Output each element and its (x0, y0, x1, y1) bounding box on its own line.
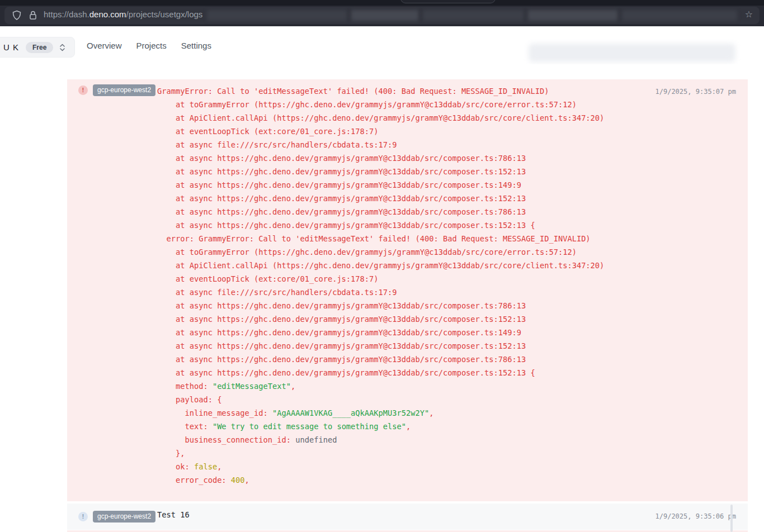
log-line: payload: { (157, 393, 748, 406)
log-line: at async https://ghc.deno.dev/grammyjs/g… (157, 178, 748, 192)
log-line: text: "We try to edit message to somethi… (157, 420, 748, 433)
error-level-icon: ! (78, 86, 88, 95)
address-bar[interactable]: https://dash.deno.com/projects/usetgx/lo… (4, 7, 760, 24)
url-text[interactable]: https://dash.deno.com/projects/usetgx/lo… (44, 10, 202, 19)
url-redacted-segment (528, 10, 617, 21)
nav-settings[interactable]: Settings (181, 41, 211, 50)
browser-chrome: https://dash.deno.com/projects/usetgx/lo… (0, 0, 764, 26)
plan-badge: Free (26, 42, 53, 53)
url-path: /projects/usetgx/logs (126, 10, 203, 19)
account-switcher[interactable]: U K Free (0, 37, 75, 58)
log-timestamp: 1/9/2025, 9:35:07 pm (655, 88, 737, 96)
url-redacted-segment (622, 10, 737, 21)
url-scheme: https://dash. (44, 10, 89, 19)
log-line: at async file:///src/src/handlers/cbdata… (157, 138, 748, 151)
log-line: at async https://ghc.deno.dev/grammyjs/g… (157, 366, 748, 379)
log-line: at async https://ghc.deno.dev/grammyjs/g… (157, 151, 748, 165)
url-redacted-segment (207, 10, 347, 21)
log-line: at ApiClient.callApi (https://ghc.deno.d… (157, 111, 748, 125)
log-timestamp: 1/9/2025, 9:35:06 pm (655, 512, 737, 520)
log-line: }, (157, 446, 748, 460)
scrollbar-thumb[interactable] (730, 505, 733, 532)
log-entry-error[interactable]: ! gcp-europe-west2 1/9/2025, 9:35:07 pm … (67, 79, 748, 501)
header-nav: Overview Projects Settings (87, 26, 211, 64)
chevron-updown-icon (59, 43, 66, 52)
browser-active-tab[interactable] (400, 0, 496, 3)
log-line: at toGrammyError (https://ghc.deno.dev/g… (157, 245, 748, 259)
url-redacted-segment (423, 10, 524, 21)
log-line: at async https://ghc.deno.dev/grammyjs/g… (157, 339, 748, 353)
log-line: at async https://ghc.deno.dev/grammyjs/g… (157, 353, 748, 366)
log-line: at async https://ghc.deno.dev/grammyjs/g… (157, 218, 748, 232)
log-line: error: GrammyError: Call to 'editMessage… (157, 232, 748, 245)
shield-icon[interactable] (12, 10, 22, 23)
log-line: business_connection_id: undefined (157, 433, 748, 446)
region-badge: gcp-europe-west2 (93, 511, 155, 522)
info-level-icon: ! (78, 512, 88, 521)
region-badge: gcp-europe-west2 (93, 84, 155, 96)
log-line: at toGrammyError (https://ghc.deno.dev/g… (157, 98, 748, 111)
log-line: inline_message_id: "AgAAAAW1VKAG____aQkA… (157, 406, 748, 420)
log-line: error_code: 400, (157, 473, 748, 487)
lock-icon[interactable] (28, 10, 38, 23)
log-message: Test 16 (157, 510, 190, 519)
log-line: at async https://ghc.deno.dev/grammyjs/g… (157, 326, 748, 339)
log-line: at ApiClient.callApi (https://ghc.deno.d… (157, 259, 748, 272)
log-line: at async https://ghc.deno.dev/grammyjs/g… (157, 312, 748, 326)
log-line: at eventLoopTick (ext:core/01_core.js:17… (157, 272, 748, 286)
log-entry-info[interactable]: ! gcp-europe-west2 Test 16 1/9/2025, 9:3… (67, 504, 748, 530)
log-line: at async https://ghc.deno.dev/grammyjs/g… (157, 205, 748, 218)
browser-tab-strip (0, 0, 764, 6)
url-domain: deno.com (89, 10, 126, 19)
log-panel: ! gcp-europe-west2 1/9/2025, 9:35:07 pm … (67, 64, 748, 532)
url-redacted-segment (351, 10, 418, 21)
nav-projects[interactable]: Projects (136, 41, 167, 50)
dashboard-header: U K Free Overview Projects Settings (0, 26, 764, 64)
log-line: at async file:///src/src/handlers/cbdata… (157, 286, 748, 299)
log-line: at async https://ghc.deno.dev/grammyjs/g… (157, 299, 748, 312)
log-line: at async https://ghc.deno.dev/grammyjs/g… (157, 165, 748, 178)
log-line: ok: false, (157, 460, 748, 473)
log-line: method: "editMessageText", (157, 379, 748, 393)
header-redacted-area (529, 44, 735, 62)
bookmark-star-icon[interactable]: ☆ (745, 9, 753, 20)
nav-overview[interactable]: Overview (87, 41, 122, 50)
account-name: U K (3, 42, 19, 52)
error-log-lines: GrammyError: Call to 'editMessageText' f… (157, 84, 748, 487)
log-line: at async https://ghc.deno.dev/grammyjs/g… (157, 192, 748, 205)
log-line: at eventLoopTick (ext:core/01_core.js:17… (157, 125, 748, 138)
